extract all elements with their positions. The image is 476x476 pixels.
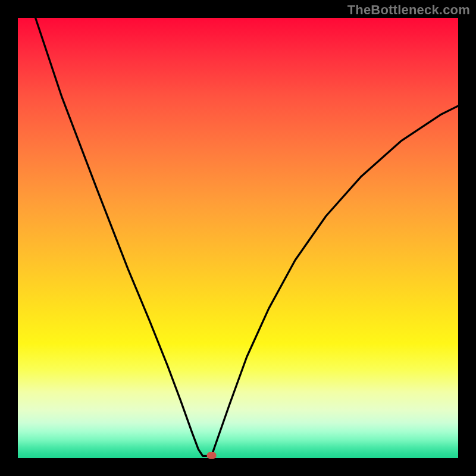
- curve-path: [36, 18, 458, 456]
- plot-area: [18, 18, 458, 458]
- marker-dot: [207, 452, 217, 459]
- plot-svg: [18, 18, 458, 458]
- watermark-text: TheBottleneck.com: [347, 2, 470, 18]
- chart-frame: TheBottleneck.com: [0, 0, 476, 476]
